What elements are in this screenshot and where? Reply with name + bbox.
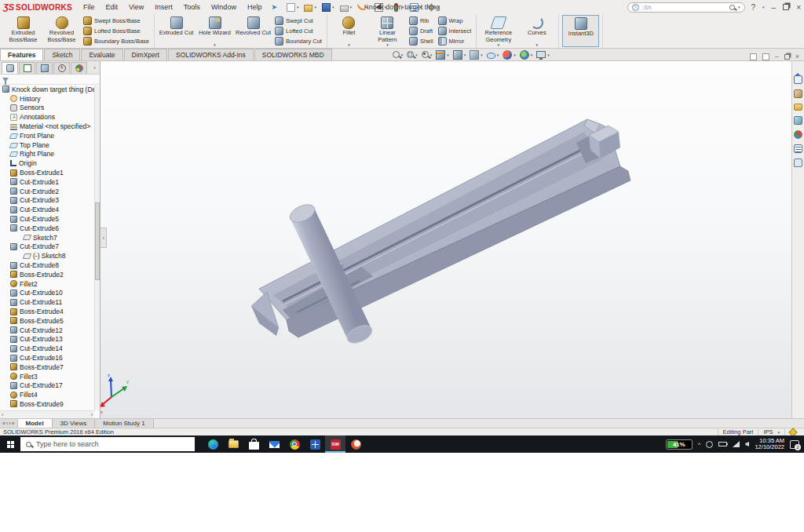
clock[interactable]: 10:35 AM 12/10/2022 — [755, 438, 784, 451]
tree-item[interactable]: Cut-Extrude5 — [0, 214, 100, 224]
model-tab[interactable]: Model — [18, 419, 53, 428]
tree-item[interactable]: Cut-Extrude8 — [0, 261, 100, 270]
volume-icon[interactable] — [745, 442, 749, 447]
edge-icon[interactable] — [203, 435, 223, 453]
rebuild-icon[interactable]: ▾ — [390, 2, 406, 13]
menu-item[interactable]: File — [83, 3, 95, 11]
menu-item[interactable]: Help — [247, 3, 262, 11]
print-icon[interactable]: ▾ — [338, 2, 354, 13]
select-cursor-icon[interactable]: ▾ — [373, 2, 389, 13]
open-icon[interactable]: ▾ — [302, 2, 318, 13]
model-tab[interactable]: Motion Study 1 — [95, 419, 153, 428]
tree-item[interactable]: Sketch7 — [0, 233, 100, 242]
custom-properties-icon[interactable] — [794, 144, 802, 153]
shell-button[interactable]: Shell — [407, 37, 435, 46]
tree-scrollbar-thumb[interactable] — [95, 202, 100, 280]
tab-scroll-buttons[interactable]: « ‹ › » — [0, 419, 18, 428]
tree-item[interactable]: Cut-Extrude6 — [0, 224, 100, 233]
tree-item[interactable]: Boss-Extrude1 — [0, 168, 100, 177]
mail-icon[interactable] — [264, 435, 284, 453]
tree-item[interactable]: Sensors — [0, 104, 100, 113]
tree-item[interactable]: Boss-Extrude2 — [0, 270, 100, 279]
command-tab[interactable]: DimXpert — [124, 49, 167, 60]
lofted-boss-base-button[interactable]: Lofted Boss/Base — [82, 27, 151, 36]
tree-item[interactable]: Cut-Extrude10 — [0, 289, 100, 298]
solidworks-icon[interactable]: SW — [325, 435, 345, 453]
tray-battery-icon[interactable] — [718, 442, 727, 446]
notifications-icon[interactable]: 2 — [790, 440, 799, 449]
help-caret-icon[interactable]: ▾ — [762, 5, 765, 9]
tree-item[interactable]: Material <not specified> — [0, 122, 100, 131]
rib-button[interactable]: Rib — [407, 16, 435, 26]
tree-item[interactable]: (-) Sketch8 — [0, 251, 100, 261]
curves-button[interactable]: Curves ▾ — [518, 15, 555, 47]
start-button[interactable] — [0, 435, 20, 453]
last-tab-icon[interactable]: » — [12, 421, 15, 426]
tray-sync-icon[interactable] — [706, 441, 713, 448]
edit-appearance-icon[interactable]: ▾ — [502, 50, 516, 60]
wrap-button[interactable]: Wrap — [437, 16, 473, 26]
zoom-to-fit-icon[interactable]: ▾ — [393, 51, 404, 58]
tree-item[interactable]: Cut-Extrude3 — [0, 196, 100, 206]
tree-item[interactable]: Cut-Extrude16 — [0, 353, 100, 363]
boundary-cut-button[interactable]: Boundary Cut — [273, 37, 323, 46]
tree-item[interactable]: Cut-Extrude14 — [0, 344, 100, 353]
configurationmanager-tab-icon[interactable] — [36, 62, 53, 74]
tree-item[interactable]: Boss-Extrude7 — [0, 363, 100, 372]
tree-item[interactable]: Cut-Extrude1 — [0, 177, 100, 187]
tree-root-item[interactable]: Knock down target thing (Default<< — [0, 85, 100, 94]
intersect-button[interactable]: Intersect — [437, 27, 473, 36]
zoom-to-area-icon[interactable]: ▾ — [407, 51, 418, 58]
tree-item[interactable]: Front Plane — [0, 131, 100, 140]
menu-item[interactable]: View — [129, 3, 144, 11]
tree-item[interactable]: Cut-Extrude4 — [0, 205, 100, 214]
file-explorer-icon[interactable] — [794, 104, 802, 111]
filter-funnel-icon[interactable] — [2, 78, 9, 82]
revolved-cut-button[interactable]: Revolved Cut ▾ — [235, 15, 272, 47]
browser-icon[interactable] — [345, 435, 366, 453]
chrome-icon[interactable] — [284, 435, 305, 453]
apply-scene-icon[interactable]: ▾ — [520, 50, 533, 60]
tree-item[interactable]: History — [0, 94, 100, 104]
search-icon[interactable] — [729, 5, 735, 10]
tree-item[interactable]: Cut-Extrude12 — [0, 326, 100, 335]
tree-item[interactable]: Cut-Extrude2 — [0, 187, 100, 196]
swept-cut-button[interactable]: Swept Cut — [273, 16, 323, 26]
tree-item[interactable]: Fillet3 — [0, 372, 100, 381]
graphics-viewport[interactable]: z y x ‹ — [100, 61, 791, 418]
menu-item[interactable]: Window — [211, 3, 236, 11]
tree-item[interactable]: Boss-Extrude4 — [0, 307, 100, 316]
minimize-button[interactable]: – — [772, 3, 777, 12]
linear-pattern-button[interactable]: Linear Pattern ▾ — [369, 15, 406, 47]
command-tab[interactable]: SOLIDWORKS Add-Ins — [168, 49, 254, 60]
dimxpertmanager-tab-icon[interactable] — [53, 62, 70, 74]
design-library-icon[interactable] — [794, 89, 802, 98]
previous-view-icon[interactable]: ▾ — [422, 51, 433, 58]
panel-collapse-handle[interactable]: ‹ — [100, 228, 107, 248]
show-pane-icon[interactable] — [762, 53, 769, 60]
extruded-cut-button[interactable]: Extruded Cut ▾ — [158, 15, 195, 47]
tree-item[interactable]: Cut-Extrude11 — [0, 297, 100, 307]
tree-item[interactable]: Right Plane — [0, 150, 100, 159]
options-gear-icon[interactable]: ▾ — [426, 2, 441, 13]
tree-item[interactable]: Origin — [0, 159, 100, 168]
undo-icon[interactable]: ▾ — [356, 3, 371, 11]
home-icon[interactable] — [794, 75, 802, 84]
file-explorer-icon[interactable] — [223, 435, 243, 453]
hide-show-items-icon[interactable]: ▾ — [487, 51, 499, 59]
appearances-icon[interactable] — [794, 130, 802, 139]
displaymanager-tab-icon[interactable] — [71, 62, 87, 74]
command-tab[interactable]: Evaluate — [81, 49, 122, 60]
grid-app-icon[interactable] — [305, 435, 325, 453]
units-caret-icon[interactable]: ▾ — [777, 430, 780, 435]
tree-item[interactable]: Annotations — [0, 112, 100, 122]
panel-tabs-more-icon[interactable]: › — [93, 64, 96, 71]
prev-tab-icon[interactable]: ‹ — [6, 421, 8, 426]
units-selector[interactable]: IPS — [763, 428, 773, 435]
help-button[interactable]: ? — [751, 3, 756, 12]
view-orientation-icon[interactable]: ▾ — [453, 50, 466, 60]
tree-item[interactable]: Fillet2 — [0, 279, 100, 289]
tree-horizontal-scrollbar[interactable]: ‹› — [0, 410, 94, 418]
menu-item[interactable]: Tools — [184, 3, 200, 11]
display-style-icon[interactable]: ▾ — [470, 50, 483, 60]
